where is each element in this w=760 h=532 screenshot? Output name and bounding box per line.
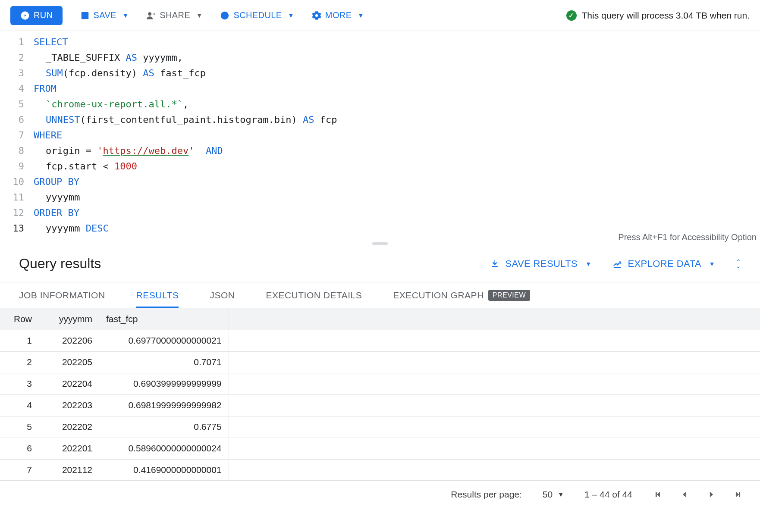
cell-fast-fcp: 0.4169000000000001 <box>99 459 229 481</box>
query-status: ✓ This query will process 3.04 TB when r… <box>566 10 750 21</box>
code-line[interactable]: 3SUM(fcp.density) AS fast_fcp <box>0 66 760 81</box>
results-table-wrap[interactable]: Row yyyymm fast_fcp 12022060.69770000000… <box>0 308 760 481</box>
tab-results[interactable]: RESULTS <box>136 282 179 308</box>
col-fast-fcp[interactable]: fast_fcp <box>99 308 229 330</box>
sql-editor[interactable]: 1SELECT2_TABLE_SUFFIX AS yyyymm,3SUM(fcp… <box>0 31 760 245</box>
code-line[interactable]: 7WHERE <box>0 128 760 143</box>
cell-row: 3 <box>0 373 39 394</box>
cell-row: 2 <box>0 351 39 373</box>
line-number: 13 <box>0 221 34 236</box>
pagination: Results per page: 50 ▼ 1 – 44 of 44 <box>0 481 760 508</box>
query-toolbar: RUN SAVE ▼ SHARE ▼ SCHEDULE ▼ MORE ▼ ✓ T… <box>0 0 760 31</box>
cell-row: 7 <box>0 459 39 481</box>
code-content: fcp.start < 1000 <box>34 159 137 174</box>
explore-data-button[interactable]: EXPLORE DATA ▼ <box>612 258 715 269</box>
code-content: SELECT <box>34 34 68 50</box>
table-row[interactable]: 12022060.69770000000000021 <box>0 330 760 351</box>
last-page-button[interactable] <box>733 490 743 499</box>
code-line[interactable]: 1SELECT <box>0 34 760 50</box>
line-number: 9 <box>0 159 34 174</box>
code-line[interactable]: 11yyyymm <box>0 190 760 205</box>
tab-execution-graph[interactable]: EXECUTION GRAPH PREVIEW <box>393 282 530 308</box>
save-results-button[interactable]: SAVE RESULTS ▼ <box>490 258 591 269</box>
cell-spacer <box>229 351 760 373</box>
line-number: 4 <box>0 81 34 97</box>
tab-json[interactable]: JSON <box>210 282 235 308</box>
cell-yyyymm: 202201 <box>39 438 99 459</box>
chevron-down-icon: ⌄ <box>736 264 741 268</box>
table-row[interactable]: 42022030.69819999999999982 <box>0 394 760 416</box>
cell-row: 5 <box>0 416 39 438</box>
save-button[interactable]: SAVE ▼ <box>80 10 129 21</box>
status-text: This query will process 3.04 TB when run… <box>582 10 750 21</box>
code-content: origin = 'https://web.dev' AND <box>34 143 223 159</box>
table-row[interactable]: 52022020.6775 <box>0 416 760 438</box>
save-icon <box>80 10 90 21</box>
cell-row: 6 <box>0 438 39 459</box>
prev-page-button[interactable] <box>680 490 689 499</box>
cell-yyyymm: 202112 <box>39 459 99 481</box>
save-label: SAVE <box>94 10 116 20</box>
results-title: Query results <box>19 256 101 272</box>
code-line[interactable]: 8origin = 'https://web.dev' AND <box>0 143 760 159</box>
code-line[interactable]: 2_TABLE_SUFFIX AS yyyymm, <box>0 50 760 66</box>
tab-job-information[interactable]: JOB INFORMATION <box>19 282 105 308</box>
schedule-button[interactable]: SCHEDULE ▼ <box>220 10 294 21</box>
cell-row: 4 <box>0 394 39 416</box>
cell-yyyymm: 202203 <box>39 394 99 416</box>
run-label: RUN <box>34 10 53 20</box>
code-line[interactable]: 6UNNEST(first_contentful_paint.histogram… <box>0 112 760 128</box>
cell-fast-fcp: 0.7071 <box>99 351 229 373</box>
cell-spacer <box>229 438 760 459</box>
code-line[interactable]: 5`chrome-ux-report.all.*`, <box>0 97 760 112</box>
code-content: SUM(fcp.density) AS fast_fcp <box>34 66 206 81</box>
tab-execution-details[interactable]: EXECUTION DETAILS <box>266 282 362 308</box>
line-number: 2 <box>0 50 34 66</box>
expand-toggle[interactable]: ⌃ ⌄ <box>736 260 741 268</box>
cell-fast-fcp: 0.69770000000000021 <box>99 330 229 351</box>
page-size-label: Results per page: <box>451 489 522 500</box>
col-yyyymm[interactable]: yyyymm <box>39 308 99 330</box>
more-button[interactable]: MORE ▼ <box>311 10 364 21</box>
line-number: 3 <box>0 66 34 81</box>
chevron-down-icon: ▼ <box>585 260 591 267</box>
line-number: 8 <box>0 143 34 159</box>
cell-spacer <box>229 330 760 351</box>
line-number: 10 <box>0 174 34 190</box>
cell-yyyymm: 202206 <box>39 330 99 351</box>
cell-spacer <box>229 373 760 394</box>
svg-point-3 <box>148 12 151 15</box>
run-button[interactable]: RUN <box>10 6 63 25</box>
code-line[interactable]: 4FROM <box>0 81 760 97</box>
code-content: ORDER BY <box>34 205 79 221</box>
next-page-button[interactable] <box>707 490 716 499</box>
table-row[interactable]: 62022010.58960000000000024 <box>0 438 760 459</box>
results-tabs: JOB INFORMATION RESULTS JSON EXECUTION D… <box>0 282 760 308</box>
line-number: 1 <box>0 34 34 50</box>
save-results-label: SAVE RESULTS <box>505 258 578 269</box>
share-button[interactable]: SHARE ▼ <box>146 10 202 21</box>
explore-data-label: EXPLORE DATA <box>628 258 701 269</box>
col-row[interactable]: Row <box>0 308 39 330</box>
table-row[interactable]: 72021120.4169000000000001 <box>0 459 760 481</box>
cell-fast-fcp: 0.58960000000000024 <box>99 438 229 459</box>
page-size-select[interactable]: 50 ▼ <box>543 489 564 500</box>
cell-yyyymm: 202204 <box>39 373 99 394</box>
page-range: 1 – 44 of 44 <box>584 489 632 500</box>
code-content: WHERE <box>34 128 62 143</box>
preview-badge: PREVIEW <box>488 290 530 301</box>
chevron-down-icon: ▼ <box>709 260 715 267</box>
code-line[interactable]: 10GROUP BY <box>0 174 760 190</box>
chevron-down-icon: ▼ <box>196 12 202 19</box>
code-line[interactable]: 12ORDER BY <box>0 205 760 221</box>
resize-handle[interactable] <box>372 242 388 245</box>
results-header: Query results SAVE RESULTS ▼ EXPLORE DAT… <box>0 245 760 282</box>
share-label: SHARE <box>160 10 190 20</box>
a11y-hint: Press Alt+F1 for Accessibility Option <box>618 232 757 242</box>
schedule-icon <box>220 10 230 21</box>
code-line[interactable]: 9fcp.start < 1000 <box>0 159 760 174</box>
cell-spacer <box>229 459 760 481</box>
table-row[interactable]: 22022050.7071 <box>0 351 760 373</box>
table-row[interactable]: 32022040.6903999999999999 <box>0 373 760 394</box>
first-page-button[interactable] <box>653 490 663 499</box>
